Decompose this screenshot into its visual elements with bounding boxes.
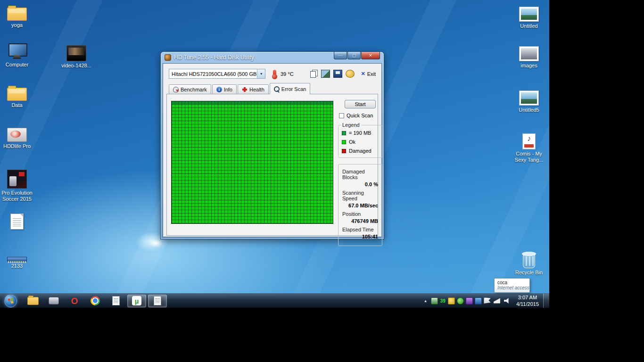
desktop-icon-label: Comis - My Sexy Tang...	[512, 151, 546, 163]
hidden-icons-chevron[interactable]: ▴	[421, 298, 430, 303]
scan-side-panel: Start Quick Scan Legend = 190 MB	[338, 99, 382, 246]
stats-groupbox: Damaged Blocks 0.0 % Scanning Speed 67.0…	[338, 164, 382, 246]
desktop-icon-label: 2133	[0, 263, 34, 269]
minimize-button[interactable]: —	[334, 52, 347, 59]
desktop-icon-data[interactable]: Data	[0, 85, 34, 108]
legend-row-ok: Ok	[342, 139, 379, 145]
clock-date: 4/11/2015	[516, 301, 539, 307]
desktop-icon-yoga[interactable]: yoga	[0, 5, 34, 28]
hdtune-window: HD Tune 2.55 - Hard Disk Utility — ▢ ✕ H…	[161, 52, 384, 239]
exit-button[interactable]: ✕ Exit	[361, 71, 376, 77]
desktop-icon-untitled[interactable]: Untitled	[512, 6, 546, 29]
tab-label: Error Scan	[281, 86, 306, 92]
device-icon	[49, 297, 59, 304]
music-note-icon: ♪	[523, 134, 535, 143]
legend-label: = 190 MB	[349, 130, 371, 136]
tray-icon-yellow[interactable]	[448, 297, 455, 304]
toolbar: Hitachi HDS721050CLA660 (500 GB) ▼ 39 °C…	[163, 64, 381, 79]
exit-x-icon: ✕	[361, 71, 365, 77]
clock[interactable]: 3:07 AM 4/11/2015	[512, 294, 543, 308]
desktop-icon-recycle-bin[interactable]: Recycle Bin	[512, 252, 546, 276]
checkbox-icon[interactable]	[339, 113, 344, 118]
network-status: Internet access	[497, 285, 527, 290]
start-button[interactable]	[3, 295, 19, 307]
desktop-icon-label: Computer	[0, 62, 34, 68]
wallpaper-sparkle	[150, 239, 162, 247]
cpu-meter-icon[interactable]	[431, 297, 438, 304]
legend-title: Legend	[341, 122, 361, 128]
stat-value: 67.0 MB/sec	[342, 203, 378, 208]
info-icon: i	[216, 87, 222, 92]
game-icon	[7, 170, 27, 189]
mp3-file-icon: ♪	[522, 133, 536, 149]
taskbar-item-explorer[interactable]	[24, 295, 42, 307]
damaged-swatch	[342, 149, 346, 153]
taskbar-item-device[interactable]	[44, 295, 63, 307]
desktop-icon-images[interactable]: images	[512, 45, 546, 69]
desktop-icon-hddlife[interactable]: HDDlife Pro	[0, 126, 34, 149]
desktop-icon-pes2015[interactable]: Pro Evolution Soccer 2015	[0, 170, 34, 202]
drive-selector[interactable]: Hitachi HDS721050CLA660 (500 GB) ▼	[169, 69, 265, 79]
network-tooltip: coca Internet access	[494, 278, 530, 293]
desktop-icon-document[interactable]	[0, 213, 34, 231]
quick-scan-label: Quick Scan	[347, 113, 373, 118]
tab-error-scan[interactable]: Error Scan	[270, 83, 311, 94]
taskbar-item-utorrent[interactable]: µ	[127, 295, 146, 307]
temperature-value: 39 °C	[281, 71, 294, 77]
temperature-tray-value[interactable]: 39	[440, 298, 446, 304]
action-center-flag-icon[interactable]	[484, 297, 491, 304]
desktop-icon-label: Pro Evolution Soccer 2015	[0, 190, 34, 202]
taskbar: O µ ▴ 39	[0, 293, 549, 308]
desktop-icon-mp3[interactable]: ♪ Comis - My Sexy Tang...	[512, 133, 546, 163]
start-button[interactable]: Start	[345, 100, 376, 108]
document-icon	[154, 296, 161, 305]
thermometer-icon	[273, 70, 276, 78]
folder-icon	[7, 8, 27, 21]
tray-icon-blue[interactable]	[475, 297, 482, 304]
chevron-down-icon[interactable]: ▼	[257, 69, 265, 78]
copy-icon[interactable]	[310, 71, 316, 78]
tab-label: Benchmark	[181, 87, 207, 92]
scan-current-row	[172, 101, 333, 105]
chrome-icon	[91, 296, 100, 305]
error-scan-page: Start Quick Scan Legend = 190 MB	[166, 94, 378, 236]
tab-health[interactable]: Health	[238, 84, 269, 94]
hddlife-icon	[7, 128, 27, 142]
desktop-icon-label: HDDlife Pro	[0, 143, 34, 149]
desktop-icon-label: yoga	[0, 22, 34, 28]
close-button[interactable]: ✕	[361, 52, 380, 59]
window-title: HD Tune 2.55 - Hard Disk Utility	[174, 54, 254, 61]
tab-info[interactable]: i Info	[212, 84, 237, 94]
legend-label: Ok	[349, 139, 355, 145]
desktop[interactable]: yoga Computer video-1428... Data HDDlife…	[0, 0, 549, 308]
taskbar-item-document[interactable]	[148, 295, 167, 307]
health-cross-icon	[242, 87, 248, 92]
quick-scan-checkbox[interactable]: Quick Scan	[339, 113, 382, 118]
show-desktop-button[interactable]	[543, 294, 549, 308]
window-client-area: Hitachi HDS721050CLA660 (500 GB) ▼ 39 °C…	[163, 63, 382, 237]
desktop-icon-video[interactable]: video-1428...	[59, 45, 93, 69]
network-icon[interactable]	[494, 298, 500, 304]
taskbar-item-opera[interactable]: O	[65, 295, 84, 307]
taskbar-item-notepad[interactable]	[107, 295, 125, 307]
taskbar-item-chrome[interactable]	[86, 295, 105, 307]
web-icon[interactable]	[346, 70, 355, 78]
tray-icon-purple[interactable]	[466, 297, 473, 304]
tray-icon-green[interactable]	[457, 297, 464, 304]
scan-block-grid	[171, 101, 333, 224]
image-file-icon	[519, 90, 539, 106]
utorrent-icon: µ	[132, 296, 141, 305]
volume-icon[interactable]	[504, 298, 510, 304]
desktop-icon-computer[interactable]: Computer	[0, 43, 34, 68]
screenshot-icon[interactable]	[321, 70, 330, 78]
exit-label: Exit	[367, 71, 376, 77]
tab-benchmark[interactable]: Benchmark	[169, 84, 211, 94]
system-tray: ▴ 39 3:07 AM 4/11/2015	[421, 294, 549, 308]
computer-icon	[7, 43, 27, 60]
desktop-icon-2133[interactable]: 2133	[0, 250, 34, 269]
legend-label: Damaged	[349, 148, 372, 154]
desktop-icon-untitled5[interactable]: Untitled5	[512, 90, 546, 113]
titlebar[interactable]: HD Tune 2.55 - Hard Disk Utility — ▢ ✕	[163, 52, 382, 63]
maximize-button[interactable]: ▢	[347, 52, 361, 59]
save-icon[interactable]	[333, 70, 342, 78]
